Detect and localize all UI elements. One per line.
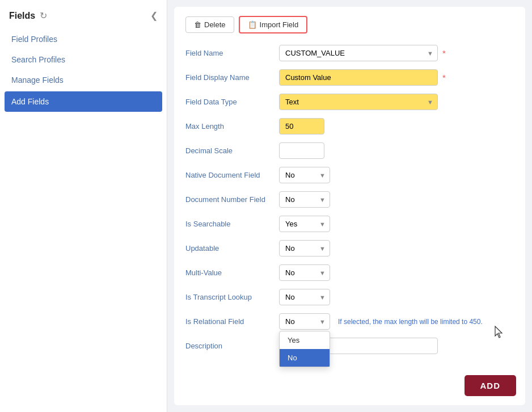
is-relational-field-control: No Yes ▼ Yes No If selected, the max len… bbox=[279, 313, 514, 330]
max-length-input[interactable] bbox=[279, 118, 324, 134]
field-display-name-input[interactable] bbox=[279, 69, 438, 86]
field-display-name-row: Field Display Name * bbox=[185, 69, 514, 86]
import-icon: 📋 bbox=[248, 20, 257, 29]
is-searchable-select-wrap: Yes No ▼ bbox=[279, 216, 330, 232]
multi-value-select[interactable]: No Yes bbox=[279, 264, 330, 281]
updatable-select-wrap: No Yes ▼ bbox=[279, 240, 330, 257]
max-length-control bbox=[279, 118, 514, 134]
decimal-scale-label: Decimal Scale bbox=[185, 142, 279, 155]
document-number-field-select[interactable]: No Yes bbox=[279, 191, 330, 208]
field-data-type-control: Text ▼ bbox=[279, 94, 514, 110]
field-name-row: Field Name CUSTOM_VALUE ▼ * bbox=[185, 45, 514, 61]
is-searchable-label: Is Searchable bbox=[185, 216, 279, 228]
sidebar-item-add-fields[interactable]: Add Fields bbox=[5, 91, 162, 112]
max-length-row: Max Length bbox=[185, 118, 514, 134]
is-relational-field-select[interactable]: No Yes bbox=[279, 313, 330, 330]
document-number-field-row: Document Number Field No Yes ▼ bbox=[185, 191, 514, 208]
is-relational-field-dropdown: Yes No bbox=[279, 331, 330, 367]
is-transcript-lookup-select[interactable]: No Yes bbox=[279, 289, 330, 305]
field-name-control: CUSTOM_VALUE ▼ * bbox=[279, 45, 514, 61]
field-data-type-select[interactable]: Text bbox=[279, 94, 438, 110]
description-row: Description bbox=[185, 338, 514, 354]
is-transcript-lookup-label: Is Transcript Lookup bbox=[185, 289, 279, 301]
document-number-field-control: No Yes ▼ bbox=[279, 191, 514, 208]
trash-icon: 🗑 bbox=[194, 20, 201, 29]
refresh-icon[interactable]: ↻ bbox=[40, 10, 47, 21]
multi-value-label: Multi-Value bbox=[185, 264, 279, 277]
is-transcript-lookup-row: Is Transcript Lookup No Yes ▼ bbox=[185, 289, 514, 305]
toolbar: 🗑 Delete 📋 Import Field bbox=[185, 16, 514, 33]
is-transcript-lookup-control: No Yes ▼ bbox=[279, 289, 514, 305]
native-document-field-row: Native Document Field No Yes ▼ bbox=[185, 167, 514, 183]
document-number-field-label: Document Number Field bbox=[185, 191, 279, 204]
max-length-label: Max Length bbox=[185, 118, 279, 131]
updatable-control: No Yes ▼ bbox=[279, 240, 514, 257]
collapse-icon[interactable]: ❮ bbox=[150, 10, 158, 21]
decimal-scale-row: Decimal Scale bbox=[185, 142, 514, 159]
multi-value-control: No Yes ▼ bbox=[279, 264, 514, 281]
dropdown-option-yes[interactable]: Yes bbox=[280, 331, 330, 349]
is-relational-field-row: Is Relational Field No Yes ▼ Yes No If s… bbox=[185, 313, 514, 330]
sidebar-item-field-profiles[interactable]: Field Profiles bbox=[0, 29, 167, 49]
decimal-scale-input[interactable] bbox=[279, 142, 324, 159]
native-document-field-control: No Yes ▼ bbox=[279, 167, 514, 183]
is-transcript-lookup-select-wrap: No Yes ▼ bbox=[279, 289, 330, 305]
field-name-label: Field Name bbox=[185, 45, 279, 57]
field-name-select[interactable]: CUSTOM_VALUE bbox=[279, 45, 438, 61]
decimal-scale-control bbox=[279, 142, 514, 159]
sidebar-nav: Field Profiles Search Profiles Manage Fi… bbox=[0, 27, 167, 115]
field-data-type-label: Field Data Type bbox=[185, 94, 279, 106]
field-display-name-control: * bbox=[279, 69, 514, 86]
form-panel: 🗑 Delete 📋 Import Field Field Name CUSTO… bbox=[174, 7, 525, 405]
sidebar: Fields ↻ ❮ Field Profiles Search Profile… bbox=[0, 0, 167, 412]
sidebar-header: Fields ↻ ❮ bbox=[0, 0, 167, 27]
is-relational-field-hint: If selected, the max length will be limi… bbox=[338, 318, 483, 326]
updatable-row: Updatable No Yes ▼ bbox=[185, 240, 514, 257]
is-searchable-row: Is Searchable Yes No ▼ bbox=[185, 216, 514, 232]
updatable-select[interactable]: No Yes bbox=[279, 240, 330, 257]
field-name-required: * bbox=[442, 48, 446, 58]
field-name-select-wrap: CUSTOM_VALUE ▼ bbox=[279, 45, 438, 61]
is-searchable-select[interactable]: Yes No bbox=[279, 216, 330, 232]
updatable-label: Updatable bbox=[185, 240, 279, 253]
native-document-field-select-wrap: No Yes ▼ bbox=[279, 167, 330, 183]
import-field-button[interactable]: 📋 Import Field bbox=[239, 16, 308, 33]
delete-button[interactable]: 🗑 Delete bbox=[185, 16, 234, 33]
document-number-field-select-wrap: No Yes ▼ bbox=[279, 191, 330, 208]
dropdown-option-no[interactable]: No bbox=[280, 349, 330, 367]
native-document-field-select[interactable]: No Yes bbox=[279, 167, 330, 183]
field-data-type-select-wrap: Text ▼ bbox=[279, 94, 438, 110]
is-relational-field-select-wrap: No Yes ▼ Yes No bbox=[279, 313, 330, 330]
description-label: Description bbox=[185, 338, 279, 350]
is-relational-field-label: Is Relational Field bbox=[185, 313, 279, 326]
multi-value-row: Multi-Value No Yes ▼ bbox=[185, 264, 514, 281]
sidebar-item-search-profiles[interactable]: Search Profiles bbox=[0, 49, 167, 70]
is-searchable-control: Yes No ▼ bbox=[279, 216, 514, 232]
field-display-name-required: * bbox=[442, 73, 446, 82]
sidebar-item-manage-fields[interactable]: Manage Fields bbox=[0, 70, 167, 90]
multi-value-select-wrap: No Yes ▼ bbox=[279, 264, 330, 281]
sidebar-title: Fields bbox=[9, 11, 35, 21]
add-button[interactable]: ADD bbox=[465, 375, 517, 396]
native-document-field-label: Native Document Field bbox=[185, 167, 279, 179]
field-data-type-row: Field Data Type Text ▼ bbox=[185, 94, 514, 110]
field-display-name-label: Field Display Name bbox=[185, 69, 279, 82]
main-content: 🗑 Delete 📋 Import Field Field Name CUSTO… bbox=[167, 0, 532, 412]
